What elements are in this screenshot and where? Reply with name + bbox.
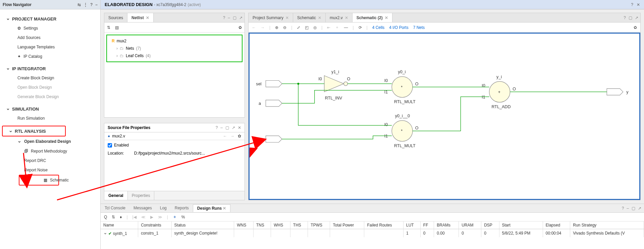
btab-tcl[interactable]: Tcl Console [101, 204, 129, 212]
ioports-link[interactable]: 4 I/O Ports [389, 25, 408, 30]
enabled-checkbox[interactable]: Enabled [108, 143, 241, 148]
props-tab-properties[interactable]: Properties [128, 191, 155, 200]
panel-restore-icon[interactable]: ↗ [635, 15, 638, 20]
nav-fwd-icon[interactable]: → [261, 25, 265, 30]
enabled-input[interactable] [108, 143, 112, 148]
tab-project-summary[interactable]: Project Summary✕ [249, 13, 293, 22]
header-help-icon[interactable]: ? [631, 2, 633, 7]
panel-max-icon[interactable]: ▢ [233, 15, 236, 20]
ipi-section[interactable]: IP INTEGRATOR [0, 64, 100, 73]
props-tab-general[interactable]: General [104, 191, 128, 200]
panel-restore-icon[interactable]: ↗ [638, 206, 641, 211]
nav-open-elab[interactable]: Open Elaborated Design [0, 136, 100, 147]
rtl-section[interactable]: RTL ANALYSIS [2, 126, 66, 136]
header-close-icon[interactable]: ✕ [637, 2, 640, 7]
btab-log[interactable]: Log [156, 204, 171, 212]
panel-restore-icon[interactable]: ↗ [239, 15, 243, 20]
prev-net-icon[interactable]: ⇤ [327, 25, 330, 30]
tab-sources[interactable]: Sources [104, 13, 127, 22]
prev-icon[interactable]: ← [223, 134, 227, 138]
close-icon[interactable]: ✕ [285, 15, 289, 20]
panel-max-icon[interactable]: ▢ [225, 125, 229, 130]
panel-help-icon[interactable]: ? [622, 206, 624, 211]
btab-messages[interactable]: Messages [129, 204, 156, 212]
nav-create-block[interactable]: Create Block Design [0, 73, 100, 83]
center-icon[interactable]: ◎ [313, 25, 317, 30]
gear-icon[interactable]: ✿ [238, 25, 242, 30]
nav-ip-catalog[interactable]: ✦IP Catalog [0, 52, 100, 61]
nav-settings[interactable]: ✿Settings [0, 24, 100, 33]
tab-schematic2[interactable]: Schematic (2)✕ [353, 13, 392, 22]
help-icon[interactable]: ? [90, 2, 93, 7]
table-row[interactable]: ✔ synth_1 constrs_1 synth_design Complet… [101, 229, 644, 238]
btab-reports[interactable]: Reports [171, 204, 193, 212]
search-icon[interactable]: Q [104, 215, 107, 219]
percent-icon[interactable]: % [181, 215, 185, 219]
collapse-icon[interactable]: ⇅ [107, 25, 110, 30]
nav-report-drc[interactable]: Report DRC [0, 156, 100, 165]
prev-icon[interactable]: ≪ [141, 215, 146, 219]
panel-min-icon[interactable]: – [220, 125, 223, 130]
gear-icon[interactable]: ✿ [238, 134, 241, 138]
pin-icon[interactable]: – [95, 2, 98, 7]
zoom-in-icon[interactable]: ⊕ [275, 25, 278, 30]
panel-help-icon[interactable]: ? [216, 125, 218, 130]
close-icon[interactable]: ✕ [385, 15, 388, 20]
svg-text:y0_i__0: y0_i__0 [395, 114, 410, 118]
sort-icon[interactable]: ♦ [120, 215, 122, 219]
collapse-all-icon[interactable]: ⇆ [77, 2, 81, 7]
filter-icon[interactable]: ⇅ [112, 215, 115, 219]
panel-min-icon[interactable]: – [228, 15, 230, 20]
next-icon[interactable]: ≫ [158, 215, 162, 219]
next-icon[interactable]: → [230, 134, 234, 138]
pm-section[interactable]: PROJECT MANAGER [0, 14, 100, 24]
close-icon[interactable]: ✕ [223, 206, 226, 211]
sim-section[interactable]: SIMULATION [0, 104, 100, 114]
add-run-icon[interactable]: ＋ [173, 214, 177, 220]
regen-icon[interactable]: ⟳ [359, 25, 362, 30]
cells-link[interactable]: 4 Cells [372, 25, 385, 30]
port-sel: sel [256, 80, 282, 87]
select-icon[interactable]: ◰ [305, 25, 309, 30]
tree-root[interactable]: Rmux2 [110, 37, 238, 45]
tree-nets[interactable]: ›🗀Nets(7) [110, 45, 238, 52]
expand-icon[interactable]: ▤ [115, 25, 119, 30]
tab-netlist[interactable]: Netlist✕ [127, 13, 154, 22]
port-a: a [259, 100, 282, 107]
nav-report-methodology[interactable]: 🗐Report Methodology [0, 147, 100, 156]
gear-icon[interactable]: ✿ [634, 25, 637, 30]
tree-leaf[interactable]: ›🗀Leaf Cells(4) [110, 52, 238, 59]
panel-close-icon[interactable]: ✕ [238, 125, 241, 130]
schematic-canvas[interactable]: .wire { stroke:#00a000; stroke-width:1.3… [249, 33, 640, 200]
panel-help-icon[interactable]: ? [624, 15, 626, 20]
nav-language-templates[interactable]: Language Templates [0, 42, 100, 52]
close-icon[interactable]: ✕ [345, 15, 348, 20]
props-title-row: Source File Properties ? – ▢ ↗ ✕ [104, 123, 245, 132]
panel-max-icon[interactable]: ▢ [629, 15, 632, 20]
nets-link[interactable]: 7 Nets [413, 25, 425, 30]
nav-report-noise[interactable]: Report Noise [0, 165, 100, 175]
panel-max-icon[interactable]: ▢ [632, 206, 635, 211]
nav-add-sources[interactable]: Add Sources [0, 33, 100, 42]
tab-schematic1[interactable]: Schematic✕ [293, 13, 326, 22]
svg-point-9 [344, 82, 348, 86]
nav-schematic[interactable]: ▦Schematic [19, 175, 59, 185]
play-icon[interactable]: ▶ [150, 215, 153, 219]
nav-generate-block[interactable]: Generate Block Design [0, 92, 100, 101]
fit-icon[interactable]: ⤢ [297, 25, 300, 30]
panel-restore-icon[interactable]: ↗ [232, 125, 235, 130]
panel-min-icon[interactable]: – [627, 206, 629, 211]
close-icon[interactable]: ✕ [146, 15, 149, 20]
nav-back-icon[interactable]: ← [252, 25, 256, 30]
tab-mux2v[interactable]: mux2.v✕ [326, 13, 353, 22]
zoom-out-icon[interactable]: ⊖ [283, 25, 286, 30]
sidebar-title: Flow Navigator [3, 2, 32, 7]
add-icon[interactable]: ＋ [335, 25, 339, 30]
panel-help-icon[interactable]: ? [223, 15, 225, 20]
minus-icon[interactable]: — [344, 25, 348, 30]
nav-run-sim[interactable]: Run Simulation [0, 114, 100, 123]
first-icon[interactable]: |◀ [132, 215, 137, 219]
btab-designruns[interactable]: Design Runs ✕ [193, 204, 231, 212]
close-icon[interactable]: ✕ [318, 15, 321, 20]
nav-open-block[interactable]: Open Block Design [0, 83, 100, 92]
